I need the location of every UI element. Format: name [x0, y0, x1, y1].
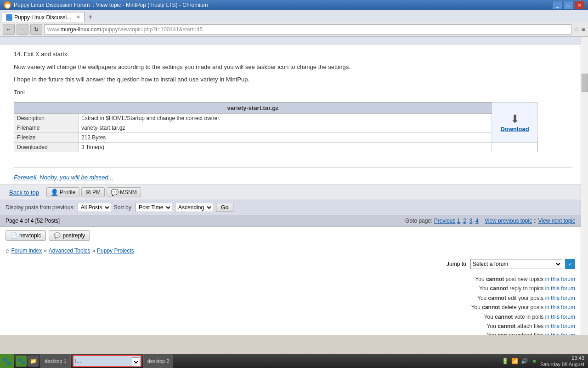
taskbar-window-dropdown[interactable]: [132, 357, 140, 367]
perm-reply: You cannot reply to topics in this forum: [6, 284, 575, 293]
post-content: 14. Exit X and startx. Now variety will …: [0, 45, 581, 162]
msnm-icon: 💬: [111, 189, 119, 196]
post-reply-button[interactable]: 💬 postreply: [49, 230, 90, 241]
all-posts-select[interactable]: All Posts: [78, 203, 111, 212]
chrome-menu-icon[interactable]: ≡: [582, 26, 585, 33]
attachment-downloaded-row: Downloaded 3 Time(s): [14, 143, 538, 152]
pm-button[interactable]: ✉ PM: [81, 187, 105, 197]
msnm-label: MSNM: [120, 189, 137, 196]
new-tab-button[interactable]: +: [85, 12, 96, 22]
page-2-link[interactable]: 2: [463, 218, 466, 224]
perm-link-6[interactable]: in this forum: [545, 323, 575, 329]
sort-by-select[interactable]: Post Time: [136, 203, 172, 212]
page-1-link[interactable]: 1: [457, 218, 460, 224]
cannot-3: cannot: [488, 295, 506, 301]
page-previous-link[interactable]: Previous: [434, 218, 456, 224]
forward-button[interactable]: →: [17, 24, 28, 35]
new-topic-button[interactable]: 📄 newtopic: [6, 230, 46, 241]
perm-link-5[interactable]: in this forum: [545, 314, 575, 320]
desktop1-label: desktop 1: [45, 358, 67, 364]
breadcrumb: ⌂ Forum index » Advanced Topics » Puppy …: [0, 244, 581, 257]
reload-button[interactable]: ↻: [30, 24, 42, 35]
order-select[interactable]: Ascending: [175, 203, 213, 212]
separator: [14, 167, 571, 167]
tab-label: Puppy Linux Discussi...: [14, 14, 71, 21]
maximize-button[interactable]: □: [563, 1, 573, 9]
jump-to-forum-row: Jump to: Select a forum ✓: [0, 257, 581, 271]
perm-download: You can download files in this forum: [6, 331, 575, 335]
back-button[interactable]: ←: [3, 24, 15, 35]
scrollbar[interactable]: [581, 37, 588, 335]
bookmark-star-icon[interactable]: ☆: [573, 25, 580, 34]
tab-close-button[interactable]: ✕: [76, 14, 80, 20]
cannot-5: cannot: [495, 314, 513, 320]
minimize-button[interactable]: _: [552, 1, 562, 9]
description-value: Extract in $HOME/Startup and change the …: [79, 114, 492, 123]
taskbar-desktop1[interactable]: desktop 1: [40, 354, 71, 368]
perm-link-4[interactable]: in this forum: [545, 304, 575, 310]
clock-time: 23:43: [540, 355, 584, 361]
advanced-topics-link[interactable]: Advanced Topics: [49, 247, 90, 254]
network-icon[interactable]: 📶: [511, 357, 519, 365]
go-button[interactable]: Go: [216, 203, 233, 212]
view-previous-topic-link[interactable]: View previous topic: [485, 218, 532, 224]
downloaded-value: 3 Time(s): [79, 143, 492, 152]
taskbar-icon-green[interactable]: ■: [530, 357, 538, 365]
display-posts-bar: Display posts from previous: All Posts S…: [0, 200, 581, 215]
sound-icon[interactable]: 🔊: [520, 357, 529, 365]
cannot-1: cannot: [486, 276, 504, 282]
tab-bar: 🐾 Puppy Linux Discussi... ✕ +: [0, 10, 588, 22]
perm-edit: You cannot edit your posts in this forum: [6, 293, 575, 303]
page-3-link[interactable]: 3: [469, 218, 473, 224]
download-link[interactable]: Download: [501, 126, 529, 132]
taskbar-window-browser[interactable]: l…: [73, 355, 141, 367]
display-label: Display posts from previous:: [6, 204, 75, 211]
attachment-filesize-row: Filesize 212 Bytes: [14, 133, 538, 143]
page-4-link[interactable]: 4: [475, 218, 479, 224]
battery-icon[interactable]: 🔋: [501, 357, 509, 365]
back-to-top-link[interactable]: Back to top: [9, 189, 39, 196]
perm-link-2[interactable]: in this forum: [545, 285, 575, 292]
taskbar-desktop2[interactable]: desktop 2: [143, 354, 174, 368]
browser-content: 14. Exit X and startx. Now variety will …: [0, 37, 588, 335]
profile-button[interactable]: 👤 Profile: [46, 187, 79, 197]
jump-select[interactable]: Select a forum: [470, 259, 562, 269]
window-title: Puppy Linux Discussion Forum :: View top…: [14, 2, 208, 8]
taskbar-app-icon-2[interactable]: 📁: [28, 356, 39, 367]
signature-area: Farewell, Nooby, you will be missed...: [0, 172, 581, 184]
taskbar-app-icon-1[interactable]: 🐾: [16, 356, 27, 367]
perm-link-1[interactable]: in this forum: [545, 276, 575, 282]
post-author: Toni: [14, 88, 571, 97]
tab-active[interactable]: 🐾 Puppy Linux Discussi... ✕: [2, 12, 85, 22]
post-step14: 14. Exit X and startx.: [14, 50, 571, 59]
view-next-topic-link[interactable]: View next topic: [538, 218, 576, 224]
url-protocol: www.: [47, 26, 61, 33]
perm-link-7[interactable]: in this forum: [545, 332, 575, 335]
clock-date: Saturday 08 August: [540, 361, 584, 368]
address-bar: ← → ↻ www.murga-linux.com/puppy/viewtopi…: [0, 22, 588, 37]
signature-link[interactable]: Farewell, Nooby, you will be missed...: [14, 174, 113, 181]
close-button[interactable]: ✕: [574, 1, 584, 9]
forum-index-link[interactable]: Forum index: [11, 247, 42, 254]
post-reply-label: postreply: [62, 232, 85, 239]
window-controls: _ □ ✕: [552, 1, 584, 9]
downloaded-label: Downloaded: [14, 143, 79, 152]
jump-go-button[interactable]: ✓: [565, 259, 575, 269]
taskbar-start-button[interactable]: 🐾: [0, 354, 14, 368]
attachment-title: variety-start.tar.gz: [14, 103, 492, 114]
breadcrumb-arrow2: »: [92, 247, 95, 254]
post-footer-bar: Back to top 👤 Profile ✉ PM 💬 MSNM: [0, 184, 581, 200]
post-action-buttons: 👤 Profile ✉ PM 💬 MSNM: [46, 187, 141, 197]
url-bar[interactable]: www.murga-linux.com/puppy/viewtopic.php?…: [44, 24, 571, 34]
url-domain: murga-linux.com: [61, 26, 102, 33]
perm-link-3[interactable]: in this forum: [545, 295, 575, 301]
scrollbar-thumb[interactable]: [582, 74, 588, 92]
action-buttons-row: 📄 newtopic 💬 postreply: [0, 227, 581, 244]
jump-label: Jump to:: [447, 261, 468, 267]
filesize-label: Filesize: [14, 133, 79, 143]
msnm-button[interactable]: 💬 MSNM: [107, 187, 141, 197]
cannot-2: cannot: [490, 285, 508, 292]
perm-delete: You cannot delete your posts in this for…: [6, 303, 575, 312]
desktop2-label: desktop 2: [147, 358, 170, 364]
puppy-projects-link[interactable]: Puppy Projects: [97, 247, 134, 254]
